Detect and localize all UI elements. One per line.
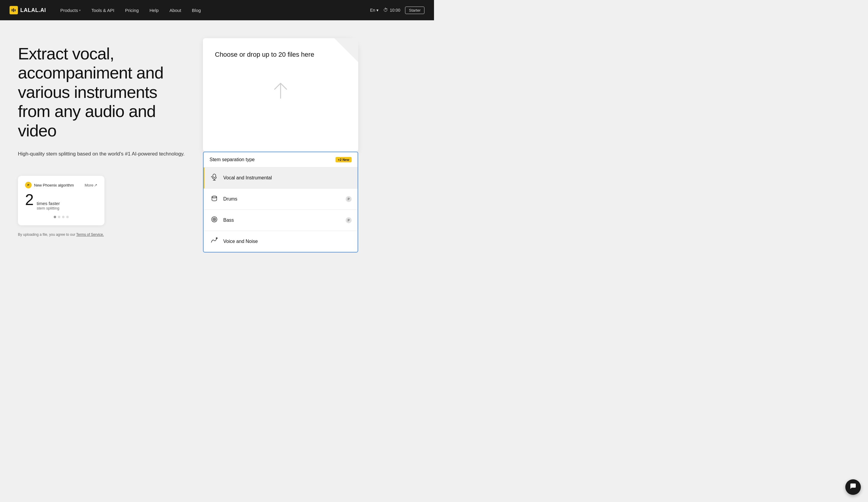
vocal-icon	[209, 173, 219, 183]
stem-item-vocal[interactable]: Vocal and Instrumental	[204, 167, 358, 189]
svg-point-9	[213, 218, 216, 221]
stem-drums-label: Drums	[223, 196, 341, 202]
stem-header: Stem separation type +2 New	[204, 152, 358, 167]
nav-help[interactable]: Help	[145, 6, 164, 15]
stem-vocal-label: Vocal and Instrumental	[223, 175, 352, 180]
stem-item-bass[interactable]: Bass P	[204, 210, 358, 231]
svg-rect-0	[12, 9, 12, 11]
chevron-down-icon: ▾	[79, 9, 81, 12]
chevron-down-icon: ▾	[376, 8, 379, 12]
dot-4[interactable]	[66, 216, 69, 218]
svg-rect-2	[14, 9, 16, 11]
dot-3[interactable]	[62, 216, 64, 218]
algo-badge: P	[25, 182, 32, 188]
algo-more-button[interactable]: More ↗	[84, 183, 97, 187]
algo-number: 2	[25, 192, 34, 207]
stem-item-drums[interactable]: Drums P	[204, 189, 358, 210]
algo-dots	[25, 216, 97, 218]
upload-dropzone[interactable]: Choose or drop up to 20 files here	[203, 38, 358, 151]
upload-text: Choose or drop up to 20 files here	[215, 50, 314, 59]
algo-name: New Phoenix algorithm	[34, 183, 74, 187]
algo-card: P New Phoenix algorithm More ↗ 2 times f…	[18, 176, 104, 225]
stem-voice-label: Voice and Noise	[223, 239, 352, 244]
stem-bass-label: Bass	[223, 218, 341, 223]
logo[interactable]: LALAL.AI	[10, 6, 46, 14]
upload-corner-fold	[334, 38, 358, 62]
algo-content: 2 times faster stem splitting	[25, 192, 97, 210]
dot-2[interactable]	[58, 216, 60, 218]
upload-arrow-area	[215, 77, 346, 101]
nav-tools-api[interactable]: Tools & API	[86, 6, 119, 15]
nav-about[interactable]: About	[165, 6, 186, 15]
dot-1[interactable]	[54, 216, 56, 218]
algo-desc: times faster stem splitting	[37, 201, 60, 210]
clock-icon: ⏱	[383, 8, 388, 13]
language-selector[interactable]: En ▾	[370, 8, 379, 12]
hero-section: Extract vocal, accompaniment and various…	[0, 20, 434, 270]
navbar-right: En ▾ ⏱ 10:00 Starter	[370, 7, 424, 14]
navbar-nav: Products ▾ Tools & API Pricing Help Abou…	[55, 6, 370, 15]
hero-right: Choose or drop up to 20 files here Stem …	[203, 38, 358, 252]
svg-point-7	[212, 196, 217, 198]
hero-left: Extract vocal, accompaniment and various…	[18, 38, 185, 237]
drums-icon	[209, 194, 219, 204]
pro-badge-drums: P	[345, 196, 352, 202]
starter-button[interactable]: Starter	[405, 7, 424, 14]
nav-pricing[interactable]: Pricing	[120, 6, 144, 15]
nav-blog[interactable]: Blog	[187, 6, 206, 15]
arrow-icon: ↗	[94, 183, 97, 187]
nav-products[interactable]: Products ▾	[55, 6, 85, 15]
terms-link[interactable]: Terms of Service.	[76, 232, 104, 237]
stem-separation-section: Stem separation type +2 New Vocal and In…	[203, 151, 358, 252]
navbar: LALAL.AI Products ▾ Tools & API Pricing …	[0, 0, 434, 20]
terms-text: By uploading a file, you agree to our Te…	[18, 232, 185, 237]
pro-badge-bass: P	[345, 217, 352, 223]
svg-point-8	[211, 217, 217, 222]
algo-desc-main: times faster	[37, 201, 60, 206]
algo-card-header: P New Phoenix algorithm More ↗	[25, 182, 97, 188]
logo-icon	[10, 6, 18, 14]
stem-header-title: Stem separation type	[209, 157, 255, 163]
algo-card-left: P New Phoenix algorithm	[25, 182, 74, 188]
algo-desc-sub: stem splitting	[37, 206, 60, 210]
svg-point-3	[213, 174, 216, 178]
svg-rect-1	[13, 8, 14, 12]
new-badge: +2 New	[335, 157, 352, 163]
timer-display: ⏱ 10:00	[383, 8, 400, 13]
bass-icon	[209, 215, 219, 225]
hero-subtitle: High-quality stem splitting based on the…	[18, 150, 185, 158]
svg-point-10	[214, 219, 215, 220]
logo-text: LALAL.AI	[20, 7, 46, 13]
hero-title: Extract vocal, accompaniment and various…	[18, 44, 185, 140]
upload-arrow-icon	[272, 77, 290, 101]
stem-item-voice-noise[interactable]: Voice and Noise	[204, 231, 358, 252]
voice-noise-icon	[209, 237, 219, 247]
